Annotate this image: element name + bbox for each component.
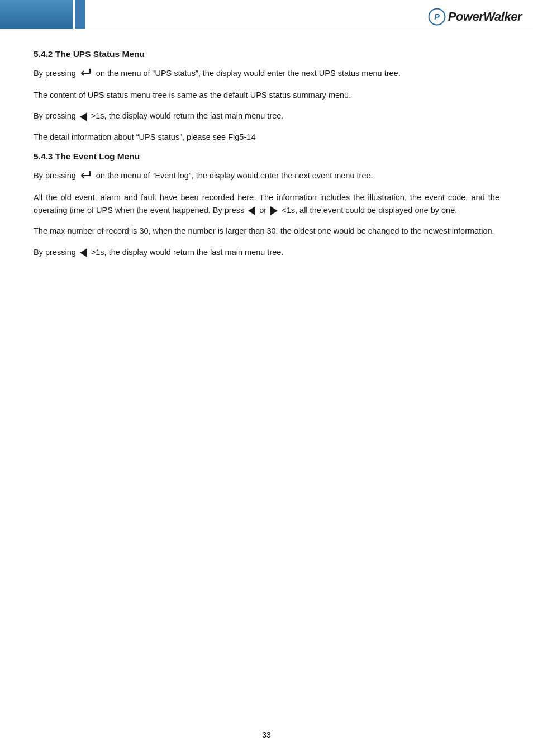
header-blue-accent-left (0, 0, 73, 29)
section-543-para-2: All the old event, alarm and fault have … (34, 191, 499, 217)
section-542-para-2: The content of UPS status menu tree is s… (34, 89, 499, 102)
page-footer: 33 (0, 730, 533, 756)
section-543-para-1: By pressing on the menu of “Event log”, … (34, 169, 499, 183)
section-542-para-3: By pressing >1s, the display would retur… (34, 110, 499, 122)
logo-text: PowerWalker (448, 10, 522, 24)
left-arrow-icon-2 (248, 206, 255, 215)
section-543-para-4: By pressing >1s, the display would retur… (34, 246, 499, 259)
right-arrow-icon-1 (270, 206, 278, 215)
section-543-para-3: The max number of record is 30, when the… (34, 225, 499, 238)
enter-icon-1 (80, 67, 92, 81)
section-543: 5.4.3 The Event Log Menu By pressing on … (34, 152, 499, 259)
section-542-para-1: By pressing on the menu of “UPS status”,… (34, 67, 499, 81)
powerwalker-logo-icon: P (428, 8, 446, 26)
header-spacer (85, 0, 428, 29)
section-542-para-4: The detail information about “UPS status… (34, 131, 499, 144)
enter-icon-2 (80, 169, 92, 183)
section-543-heading: 5.4.3 The Event Log Menu (34, 152, 499, 162)
page-number: 33 (262, 730, 271, 739)
svg-text:P: P (434, 12, 440, 21)
page-container: P PowerWalker 5.4.2 The UPS Status Menu … (0, 0, 533, 756)
header: P PowerWalker (0, 0, 533, 29)
section-542: 5.4.2 The UPS Status Menu By pressing on… (34, 49, 499, 144)
left-arrow-icon-1 (80, 112, 87, 121)
header-logo: P PowerWalker (428, 0, 533, 29)
header-blue-accent-small (75, 0, 85, 29)
section-542-heading: 5.4.2 The UPS Status Menu (34, 49, 499, 59)
main-content: 5.4.2 The UPS Status Menu By pressing on… (0, 29, 533, 730)
left-arrow-icon-3 (80, 248, 87, 257)
